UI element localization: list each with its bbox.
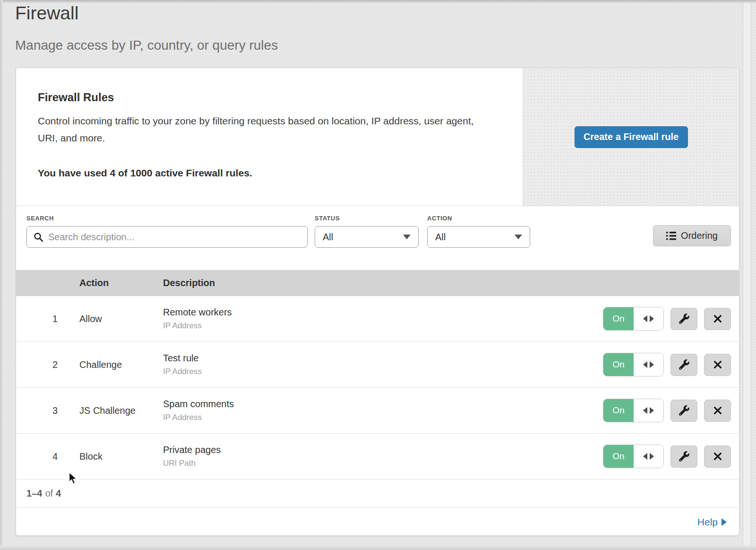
filters-bar: SEARCH STATUS All ACTION All: [16, 206, 739, 270]
wrench-icon: [679, 314, 689, 324]
rule-action: Block: [79, 451, 103, 462]
rule-controls: On: [603, 353, 731, 376]
edit-rule-button[interactable]: [670, 445, 697, 468]
rule-match-field: URI Path: [163, 459, 221, 468]
pagination-range: 1–4 of 4: [16, 480, 739, 508]
delete-rule-button[interactable]: [704, 308, 731, 330]
left-right-arrows-icon: [643, 407, 647, 414]
rule-description: Spam comments IP Address: [163, 399, 234, 422]
status-label: STATUS: [315, 215, 340, 222]
window-edge-left: [0, 0, 3, 550]
status-select[interactable]: All: [315, 226, 419, 248]
range-of: of: [45, 488, 53, 499]
rule-action: Allow: [79, 314, 102, 324]
rule-match-field: IP Address: [163, 367, 202, 376]
edit-rule-button[interactable]: [670, 354, 697, 376]
delete-rule-button[interactable]: [704, 445, 731, 468]
chevron-down-icon: [515, 235, 522, 239]
rule-priority: 1: [43, 314, 58, 324]
toggle-off-segment[interactable]: [634, 307, 663, 330]
toggle-on-segment[interactable]: On: [603, 307, 634, 330]
toggle-off-segment[interactable]: [634, 353, 663, 376]
help-link-label: Help: [697, 516, 718, 528]
toggle-on-segment[interactable]: On: [603, 399, 634, 422]
page-subtitle: Manage access by IP, country, or query r…: [15, 38, 278, 53]
firewall-rules-intro-text: Firewall Rules Control incoming traffic …: [16, 68, 523, 206]
rule-description-title: Test rule: [163, 353, 202, 364]
wrench-icon: [679, 451, 689, 462]
create-rule-panel: Create a Firewall rule: [523, 68, 739, 206]
search-icon: [34, 232, 43, 242]
window-edge-bottom: [0, 545, 756, 550]
x-icon: [713, 314, 723, 324]
rule-description: Test rule IP Address: [163, 353, 202, 376]
window-edge-top: [0, 0, 756, 3]
toggle-on-segment[interactable]: On: [603, 445, 634, 468]
delete-rule-button[interactable]: [704, 354, 731, 376]
action-label: ACTION: [427, 215, 452, 222]
rule-enabled-toggle[interactable]: On: [603, 445, 663, 468]
table-row: 2 Challenge Test rule IP Address On: [16, 342, 739, 388]
rule-priority: 3: [43, 405, 58, 416]
page-title: Firewall: [15, 3, 78, 24]
rule-description-title: Remote workers: [163, 307, 232, 318]
wrench-icon: [679, 359, 689, 370]
rule-controls: On: [603, 445, 731, 468]
column-header-action: Action: [79, 270, 109, 296]
toggle-on-segment[interactable]: On: [603, 353, 634, 376]
ordering-button[interactable]: Ordering: [653, 225, 731, 246]
toggle-off-segment[interactable]: [634, 445, 663, 468]
rule-action: JS Challenge: [79, 405, 136, 416]
rule-enabled-toggle[interactable]: On: [603, 307, 663, 330]
arrow-right-icon: [722, 518, 727, 526]
x-icon: [713, 451, 723, 462]
delete-rule-button[interactable]: [704, 400, 731, 422]
rule-enabled-toggle[interactable]: On: [603, 399, 663, 422]
rule-priority: 4: [43, 451, 58, 462]
range-total: 4: [56, 488, 61, 499]
mouse-cursor: [69, 472, 77, 485]
rule-action: Challenge: [79, 359, 122, 370]
search-label: SEARCH: [26, 215, 54, 222]
card-heading: Firewall Rules: [38, 91, 494, 104]
status-selected-value: All: [323, 232, 333, 243]
left-right-arrows-icon: [643, 361, 647, 368]
wrench-icon: [679, 405, 689, 416]
search-input[interactable]: [48, 232, 301, 243]
card-description: Control incoming traffic to your zone by…: [38, 113, 487, 147]
x-icon: [713, 359, 723, 370]
rule-description-title: Spam comments: [163, 399, 234, 410]
search-box[interactable]: [26, 226, 308, 248]
edit-rule-button[interactable]: [670, 308, 697, 330]
column-header-description: Description: [163, 270, 215, 296]
rule-enabled-toggle[interactable]: On: [603, 353, 663, 376]
table-row: 4 Block Private pages URI Path On: [16, 434, 739, 480]
firewall-rules-card: Firewall Rules Control incoming traffic …: [16, 68, 739, 536]
create-firewall-rule-button[interactable]: Create a Firewall rule: [575, 126, 688, 148]
range-numbers: 1–4: [26, 488, 42, 499]
rules-usage-count: You have used 4 of 1000 active Firewall …: [38, 167, 494, 179]
rule-match-field: IP Address: [163, 413, 234, 422]
table-header: Action Description: [16, 270, 739, 296]
left-right-arrows-icon: [643, 453, 647, 460]
rule-controls: On: [603, 307, 731, 330]
page-scrollbar[interactable]: [743, 0, 751, 550]
left-right-arrows-icon: [650, 453, 654, 460]
left-right-arrows-icon: [650, 407, 654, 414]
table-row: 3 JS Challenge Spam comments IP Address …: [16, 388, 739, 434]
rule-controls: On: [603, 399, 731, 422]
action-select[interactable]: All: [427, 226, 530, 248]
card-footer: Help: [16, 508, 739, 536]
toggle-off-segment[interactable]: [634, 399, 663, 422]
rule-priority: 2: [43, 359, 58, 370]
left-right-arrows-icon: [650, 361, 654, 368]
rule-description: Private pages URI Path: [163, 445, 221, 468]
help-link[interactable]: Help: [697, 516, 727, 528]
edit-rule-button[interactable]: [670, 400, 697, 422]
rule-match-field: IP Address: [163, 321, 232, 331]
rule-description-title: Private pages: [163, 445, 221, 455]
firewall-rules-intro: Firewall Rules Control incoming traffic …: [16, 68, 739, 206]
left-right-arrows-icon: [650, 315, 654, 322]
left-right-arrows-icon: [643, 315, 647, 322]
rule-description: Remote workers IP Address: [163, 307, 232, 331]
